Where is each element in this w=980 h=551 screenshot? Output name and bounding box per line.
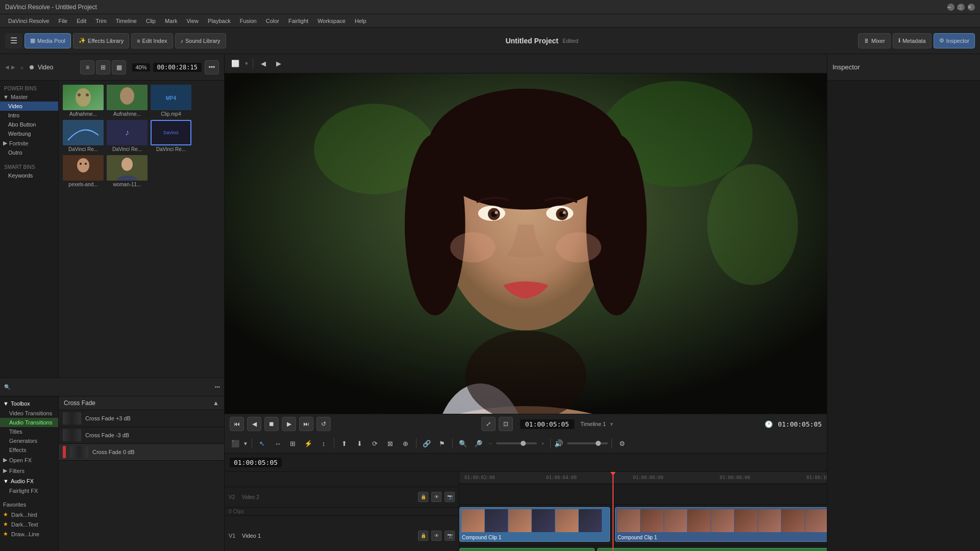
fit-to-fill-btn[interactable]: ⊠ xyxy=(384,437,397,450)
menu-timeline[interactable]: Timeline xyxy=(112,17,141,25)
trim-btn[interactable]: ↔ xyxy=(271,437,284,450)
blade-btn[interactable]: ⚡ xyxy=(302,437,315,450)
toolbox-group[interactable]: ▼ Toolbox xyxy=(0,398,58,409)
clip-aufnahme2[interactable]: Aufnahme... xyxy=(107,85,148,117)
fav-dark-text[interactable]: ★ Dark...Text xyxy=(0,519,58,529)
snap-chevron[interactable]: ▼ xyxy=(243,441,248,446)
filters-group[interactable]: ▶ Filters xyxy=(0,465,58,476)
next-clip-btn[interactable]: ▶ xyxy=(272,57,285,70)
v1-lock[interactable]: 🔒 xyxy=(418,531,428,541)
bin-outro[interactable]: Outro xyxy=(0,148,58,157)
effects-item[interactable]: Effects xyxy=(0,445,58,455)
audio-clip-2[interactable]: Compound Clip 1 xyxy=(597,548,827,551)
view-storyboard-btn[interactable]: ▦ xyxy=(112,60,126,74)
bin-fortnite[interactable]: ▶ Fortnite xyxy=(0,138,58,148)
maximize-button[interactable]: □ xyxy=(958,4,965,11)
titles-item[interactable]: Titles xyxy=(0,427,58,436)
menu-workspace[interactable]: Workspace xyxy=(313,17,350,25)
preview-window-btn[interactable]: ⬜ xyxy=(229,57,242,70)
v1-cam[interactable]: 📷 xyxy=(445,531,455,541)
effects-library-tab[interactable]: ✨ Effects Library xyxy=(73,33,129,48)
minimize-button[interactable]: – xyxy=(947,4,954,11)
generators-item[interactable]: Generators xyxy=(0,436,58,445)
loop-btn[interactable]: ↺ xyxy=(316,417,331,431)
edit-index-tab[interactable]: ≡ Edit Index xyxy=(131,33,173,48)
link-btn[interactable]: 🔗 xyxy=(420,437,433,450)
menu-fairlight[interactable]: Fairlight xyxy=(284,17,312,25)
effect-row-1[interactable]: Cross Fade +3 dB xyxy=(59,410,224,427)
menu-mark[interactable]: Mark xyxy=(161,17,181,25)
more-options-btn[interactable]: ••• xyxy=(205,60,219,74)
view-list-btn[interactable]: ≡ xyxy=(80,60,94,74)
flag-btn[interactable]: ⚑ xyxy=(435,437,449,450)
cross-fade-collapse-btn[interactable]: ▲ xyxy=(213,399,219,407)
menu-davinci[interactable]: DaVinci Resolve xyxy=(4,17,54,25)
audio-transitions-item[interactable]: Audio Transitions xyxy=(0,418,58,427)
inspector-btn[interactable]: ⚙ Inspector xyxy=(934,33,975,48)
select-tool-btn[interactable]: ↖ xyxy=(256,437,269,450)
master-bin[interactable]: ▼ Master xyxy=(0,92,58,102)
video-transitions-item[interactable]: Video Transitions xyxy=(0,409,58,418)
menu-trim[interactable]: Trim xyxy=(91,17,111,25)
effect-row-3[interactable]: Cross Fade 0 dB xyxy=(59,444,224,461)
v2-eye[interactable]: 👁 xyxy=(431,492,442,502)
v1-eye[interactable]: 👁 xyxy=(431,531,442,541)
playhead[interactable] xyxy=(612,472,614,551)
step-back-btn[interactable]: ◀ xyxy=(247,417,261,431)
menu-clip[interactable]: Clip xyxy=(142,17,160,25)
fairlight-fx-item[interactable]: Fairlight FX xyxy=(0,486,58,495)
menu-file[interactable]: File xyxy=(55,17,72,25)
menu-color[interactable]: Color xyxy=(262,17,283,25)
view-grid-btn[interactable]: ⊞ xyxy=(96,60,110,74)
settings-btn[interactable]: ⚙ xyxy=(616,437,629,450)
fav-dark-hird[interactable]: ★ Dark...hird xyxy=(0,510,58,519)
go-to-start-btn[interactable]: ⏮ xyxy=(230,417,244,431)
menu-fusion[interactable]: Fusion xyxy=(236,17,261,25)
effect-row-2[interactable]: Cross Fade -3 dB xyxy=(59,427,224,444)
search-icon[interactable]: 🔍 xyxy=(4,384,10,390)
zoom-slider[interactable] xyxy=(496,442,537,444)
zoom-level[interactable]: 40% xyxy=(132,63,150,71)
append-end-btn[interactable]: ⊕ xyxy=(399,437,412,450)
clip-mp4[interactable]: MP4 Clip.mp4 xyxy=(151,85,191,117)
clip-davinci2[interactable]: ♪ DaVinci Re... xyxy=(107,120,148,152)
insert-mode-btn[interactable]: ⬆ xyxy=(338,437,351,450)
pip-btn[interactable]: ⊡ xyxy=(499,417,513,431)
audio-clip-1[interactable]: Compound Clip 1 xyxy=(459,548,595,551)
audio-fx-group[interactable]: ▼ Audio FX xyxy=(0,476,58,486)
menu-edit[interactable]: Edit xyxy=(72,17,90,25)
overwrite-btn[interactable]: ⬇ xyxy=(353,437,366,450)
clip-pexels[interactable]: pexels-and... xyxy=(63,155,104,187)
media-pool-tab[interactable]: ▦ Media Pool xyxy=(24,33,71,48)
clip-davinci1[interactable]: DaVinci Re... xyxy=(63,120,104,152)
menu-playback[interactable]: Playback xyxy=(204,17,235,25)
menu-view[interactable]: View xyxy=(182,17,203,25)
zoom-out-btn[interactable]: 🔎 xyxy=(472,437,485,450)
play-btn[interactable]: ▶ xyxy=(282,417,296,431)
sound-library-tab[interactable]: ♪ Sound Library xyxy=(175,33,226,48)
v2-cam[interactable]: 📷 xyxy=(445,492,455,502)
fullscreen-btn[interactable]: ⤢ xyxy=(481,417,496,431)
prev-clip-btn[interactable]: ◀ xyxy=(257,57,270,70)
close-button[interactable]: × xyxy=(968,4,975,11)
effects-more-btn[interactable]: ••• xyxy=(214,384,220,390)
volume-slider[interactable] xyxy=(567,442,608,444)
go-to-end-btn[interactable]: ⏭ xyxy=(299,417,313,431)
slip-btn[interactable]: ↕ xyxy=(317,437,330,450)
bin-abo[interactable]: Abo Button xyxy=(0,120,58,129)
fav-draw-line[interactable]: ★ Draw...Line xyxy=(0,529,58,539)
v2-lock[interactable]: 🔒 xyxy=(418,492,428,502)
timeline-chevron[interactable]: ▼ xyxy=(609,421,614,427)
clip-aufnahme1[interactable]: Aufnahme... xyxy=(63,85,104,117)
nav-up[interactable]: ▲ xyxy=(19,64,24,70)
video-clip-2[interactable]: Compound Clip 1 xyxy=(615,507,827,542)
bin-werbung[interactable]: Werbung xyxy=(0,129,58,138)
clip-woman[interactable]: woman-11... xyxy=(107,155,148,187)
replace-btn[interactable]: ⟳ xyxy=(369,437,382,450)
zoom-in-btn[interactable]: 🔍 xyxy=(456,437,470,450)
clip-davinci3[interactable]: DaVinci DaVinci Re... xyxy=(151,120,191,152)
nav-forward[interactable]: ▶ xyxy=(11,64,15,70)
menu-help[interactable]: Help xyxy=(351,17,371,25)
snap-btn[interactable]: ⬛ xyxy=(229,437,242,450)
video-clip-1[interactable]: Compound Clip 1 xyxy=(459,507,610,542)
